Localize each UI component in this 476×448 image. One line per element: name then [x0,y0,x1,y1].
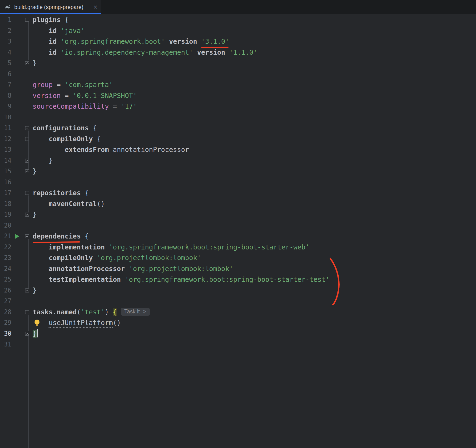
run-icon[interactable] [15,234,19,239]
code-line[interactable]: 19} [0,209,476,220]
intention-bulb-icon[interactable] [34,320,40,326]
code-text: plugins { [31,15,69,25]
code-line[interactable]: 11configurations { [0,123,476,134]
gutter [11,166,24,177]
code-line[interactable]: 16 [0,177,476,188]
fold-guide-line [28,195,28,212]
gutter [11,177,24,188]
token: = [61,92,73,100]
code-line[interactable]: 23 compileOnly 'org.projectlombok:lombok… [0,253,476,264]
gutter [11,47,24,58]
token [193,49,197,56]
token: '1.1.0' [229,49,257,56]
code-line[interactable]: 12 compileOnly { [0,134,476,144]
code-line[interactable]: 17repositories { [0,188,476,199]
gutter [11,134,24,144]
code-line[interactable]: 24 annotationProcessor 'org.projectlombo… [0,264,476,274]
gutter [11,253,24,264]
token: '0.0.1-SNAPSHOT' [73,92,137,100]
gutter [11,155,24,166]
token: 'org.springframework.boot:spring-boot-st… [125,276,330,283]
fold-column [24,220,31,231]
line-number: 14 [0,155,11,166]
code-line[interactable]: 13 extendsFrom annotationProcessor [0,144,476,155]
code-line[interactable]: 20 [0,220,476,231]
token: named [57,308,77,316]
code-line[interactable]: 28tasks.named('test') {Task it -> [0,307,476,318]
gutter [11,220,24,231]
fold-close-icon[interactable] [25,159,29,163]
code-text: compileOnly { [31,134,101,144]
code-line[interactable]: 31 [0,339,476,350]
token [33,276,49,283]
code-line[interactable]: 4 id 'io.spring.dependency-management' v… [0,47,476,58]
gutter [11,123,24,134]
code-line[interactable]: 10 [0,112,476,123]
editor-tab-build-gradle[interactable]: build.gradle (spring-prepare) × [0,0,101,14]
token: compileOnly [49,135,97,143]
token: 'org.projectlombok:lombok' [129,265,233,273]
code-line[interactable]: 29 useJUnitPlatform() [0,317,476,328]
fold-column [24,242,31,253]
token: 'java' [61,27,85,35]
code-line[interactable]: 7group = 'com.sparta' [0,79,476,90]
code-text: id 'java' [31,25,85,36]
token: useJUnitPlatform [49,319,113,328]
code-line[interactable]: 14 } [0,155,476,166]
fold-column [24,274,31,285]
code-line[interactable]: 6 [0,69,476,80]
fold-open-icon[interactable] [25,126,29,130]
token: group [33,81,53,89]
fold-column [24,199,31,210]
gutter [11,285,24,296]
fold-close-icon[interactable] [25,169,29,173]
fold-column [24,123,31,134]
token: 'org.projectlombok:lombok' [97,254,201,262]
token [33,243,49,251]
fold-close-icon[interactable] [25,213,29,217]
code-line[interactable]: 1plugins { [0,15,476,25]
code-line[interactable]: 8version = '0.0.1-SNAPSHOT' [0,90,476,101]
fold-close-icon[interactable] [25,61,29,65]
line-number: 22 [0,242,11,253]
line-number: 28 [0,307,11,318]
token: '3.1.0' [201,36,229,47]
code-line[interactable]: 25 testImplementation 'org.springframewo… [0,274,476,285]
token: 'test' [81,308,105,316]
fold-close-icon[interactable] [25,288,29,293]
code-text: sourceCompatibility = '17' [31,101,137,112]
fold-open-icon[interactable] [25,191,29,195]
line-number: 16 [0,177,11,188]
code-line[interactable]: 15} [0,166,476,177]
fold-open-icon[interactable] [25,234,29,238]
fold-open-icon[interactable] [25,310,29,314]
code-line[interactable]: 26} [0,285,476,296]
code-line[interactable]: 30} [0,328,476,339]
token: plugins [33,16,65,24]
code-line[interactable]: 9sourceCompatibility = '17' [0,101,476,112]
gutter [11,328,24,339]
line-number: 5 [0,58,11,69]
fold-column [24,328,31,339]
code-editor[interactable]: 1plugins {2 id 'java'3 id 'org.springfra… [0,15,476,448]
fold-column [24,166,31,177]
ide-window: build.gradle (spring-prepare) × 1plugins… [0,0,476,448]
tab-close-icon[interactable]: × [94,4,97,11]
gutter [11,25,24,36]
token: '17' [121,102,137,110]
code-text: } [31,285,37,296]
token: } [33,167,37,175]
fold-open-icon[interactable] [25,137,29,141]
fold-open-icon[interactable] [25,18,29,22]
token: id [49,49,61,56]
fold-close-icon[interactable] [25,332,29,336]
code-line[interactable]: 21dependencies { [0,231,476,242]
code-line[interactable]: 5} [0,58,476,69]
code-line[interactable]: 18 mavenCentral() [0,199,476,210]
token [33,49,49,56]
code-line[interactable]: 3 id 'org.springframework.boot' version … [0,36,476,47]
code-line[interactable]: 27 [0,296,476,307]
code-line[interactable]: 2 id 'java' [0,25,476,36]
code-line[interactable]: 22 implementation 'org.springframework.b… [0,242,476,253]
token [33,38,49,45]
